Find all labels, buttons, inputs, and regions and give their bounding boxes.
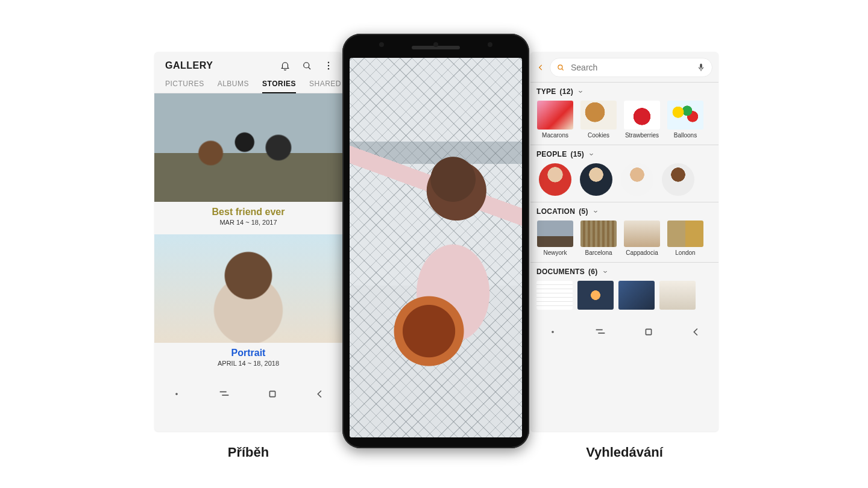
- nav-home-icon[interactable]: [266, 387, 279, 401]
- chevron-down-icon: [577, 88, 584, 95]
- story-title: Best friend ever: [154, 207, 342, 217]
- chevron-down-icon: [602, 268, 609, 275]
- search-icon[interactable]: [301, 60, 312, 71]
- type-item[interactable]: Balloons: [667, 101, 704, 139]
- story-date: MAR 14 ~ 18, 2017: [154, 219, 342, 226]
- section-people-count: (15): [570, 150, 584, 158]
- nav-bar: [154, 379, 342, 403]
- type-item[interactable]: Macarons: [536, 101, 574, 139]
- document-thumb[interactable]: [577, 281, 614, 310]
- section-documents-header[interactable]: DOCUMENTS (6): [536, 267, 712, 276]
- more-icon[interactable]: [323, 60, 334, 71]
- document-thumb[interactable]: [618, 281, 655, 310]
- section-documents-count: (6): [588, 267, 598, 276]
- location-item[interactable]: London: [667, 221, 704, 256]
- nav-dot-icon[interactable]: [546, 325, 559, 339]
- back-icon[interactable]: [536, 63, 545, 72]
- document-thumb[interactable]: [536, 281, 573, 310]
- location-item[interactable]: Barcelona: [580, 221, 617, 256]
- nav-recents-icon[interactable]: [218, 387, 231, 401]
- person-avatar[interactable]: [580, 163, 612, 196]
- svg-point-6: [558, 65, 562, 69]
- person-avatar[interactable]: [539, 163, 571, 196]
- thumb-label: London: [675, 249, 695, 256]
- svg-point-8: [552, 331, 554, 333]
- search-icon: [556, 63, 565, 72]
- section-location: LOCATION (5) Newyork Barcelona Cappadoci…: [530, 202, 719, 262]
- thumbnail: [667, 101, 703, 130]
- svg-rect-9: [646, 329, 651, 334]
- story-thumbnail: [154, 234, 342, 343]
- thumbnail: [667, 221, 703, 247]
- thumb-label: Cappadocia: [626, 249, 658, 256]
- section-people-header[interactable]: PEOPLE (15): [536, 150, 712, 158]
- thumbnail: [537, 101, 573, 130]
- location-item[interactable]: Newyork: [536, 221, 574, 256]
- nav-dot-icon[interactable]: [170, 387, 183, 401]
- search-box[interactable]: [550, 58, 712, 77]
- svg-rect-5: [269, 391, 275, 396]
- story-thumbnail: [154, 93, 342, 202]
- phone-frame: [342, 34, 529, 448]
- section-location-header[interactable]: LOCATION (5): [536, 207, 712, 216]
- svg-point-0: [304, 63, 309, 68]
- thumb-label: Barcelona: [585, 249, 612, 256]
- caption-right: Vyhledávání: [530, 445, 719, 460]
- thumb-label: Cookies: [588, 132, 609, 139]
- section-type: TYPE (12) Macarons Cookies Strawberries …: [530, 82, 719, 145]
- svg-point-4: [175, 393, 178, 395]
- nav-home-icon[interactable]: [642, 325, 655, 339]
- nav-back-icon[interactable]: [690, 325, 703, 339]
- gallery-stories-panel: GALLERY PICTURES ALBUMS STORIES SHARED: [154, 52, 342, 431]
- document-thumb[interactable]: [659, 281, 696, 310]
- section-people-label: PEOPLE: [536, 150, 567, 158]
- thumb-label: Strawberries: [625, 132, 659, 139]
- thumbnail: [580, 221, 617, 247]
- svg-point-1: [328, 62, 329, 63]
- gallery-title: GALLERY: [165, 60, 213, 71]
- tab-stories[interactable]: STORIES: [262, 76, 296, 93]
- section-type-count: (12): [560, 87, 574, 96]
- thumbnail: [580, 101, 617, 130]
- bell-icon[interactable]: [280, 60, 291, 71]
- thumb-label: Balloons: [674, 132, 697, 139]
- section-location-count: (5): [579, 207, 588, 216]
- section-documents: DOCUMENTS (6): [530, 262, 719, 316]
- chevron-down-icon: [592, 208, 599, 215]
- caption-left: Příběh: [154, 445, 342, 460]
- section-type-header[interactable]: TYPE (12): [536, 87, 712, 96]
- phone-screen: [350, 58, 522, 437]
- section-documents-label: DOCUMENTS: [536, 267, 585, 276]
- nav-bar: [530, 317, 719, 341]
- tab-albums[interactable]: ALBUMS: [218, 76, 249, 93]
- thumb-label: Macarons: [542, 132, 568, 139]
- section-location-label: LOCATION: [536, 207, 575, 216]
- person-avatar[interactable]: [662, 163, 694, 196]
- thumb-label: Newyork: [544, 249, 567, 256]
- tab-pictures[interactable]: PICTURES: [165, 76, 204, 93]
- tab-shared[interactable]: SHARED: [309, 76, 341, 93]
- story-title: Portrait: [154, 348, 342, 358]
- thumbnail: [624, 221, 660, 247]
- svg-point-2: [328, 65, 329, 66]
- thumbnail: [537, 221, 573, 247]
- nav-back-icon[interactable]: [313, 387, 327, 401]
- story-card[interactable]: Best friend ever MAR 14 ~ 18, 2017: [154, 93, 342, 234]
- type-item[interactable]: Strawberries: [623, 101, 661, 139]
- search-input[interactable]: [570, 62, 691, 73]
- svg-rect-7: [700, 64, 702, 68]
- person-avatar[interactable]: [621, 163, 653, 196]
- fullscreen-photo[interactable]: [350, 58, 522, 437]
- nav-recents-icon[interactable]: [594, 325, 607, 339]
- section-people: PEOPLE (15): [530, 145, 719, 202]
- location-item[interactable]: Cappadocia: [623, 221, 661, 256]
- chevron-down-icon: [588, 151, 595, 158]
- gallery-tabs: PICTURES ALBUMS STORIES SHARED: [154, 76, 342, 93]
- mic-icon[interactable]: [696, 63, 706, 72]
- story-date: APRIL 14 ~ 18, 2018: [154, 360, 342, 367]
- svg-point-3: [328, 68, 329, 69]
- type-item[interactable]: Cookies: [580, 101, 617, 139]
- thumbnail: [624, 101, 660, 130]
- gallery-search-panel: TYPE (12) Macarons Cookies Strawberries …: [530, 52, 719, 431]
- story-card[interactable]: Portrait APRIL 14 ~ 18, 2018: [154, 234, 342, 375]
